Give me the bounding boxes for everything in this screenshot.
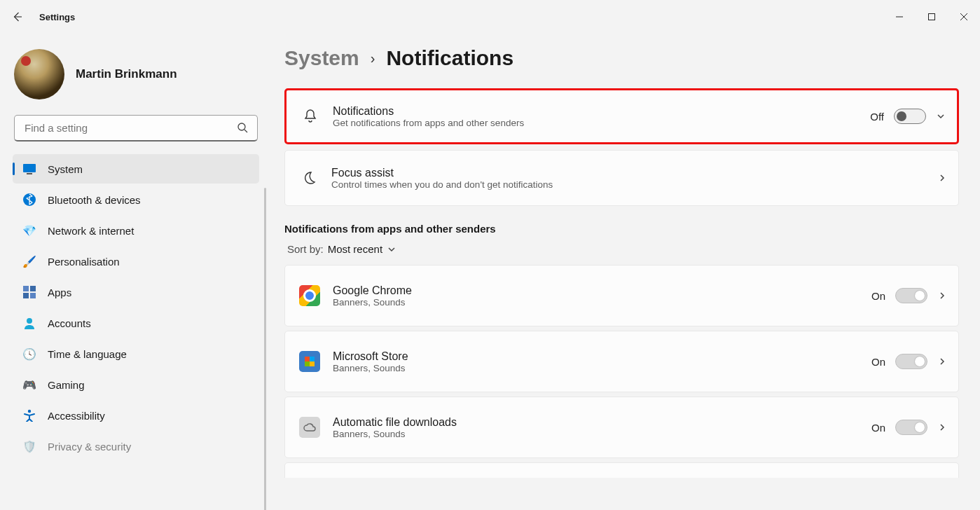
maximize-button[interactable] <box>916 6 948 28</box>
window-controls <box>883 6 980 28</box>
search-icon <box>237 122 248 133</box>
bell-icon <box>301 106 320 126</box>
nav-label: Gaming <box>48 379 85 391</box>
app-title: Settings <box>39 12 75 22</box>
app-name: Microsoft Store <box>333 350 859 363</box>
nav-gaming[interactable]: 🎮 Gaming <box>13 370 259 399</box>
toggle-state-label: On <box>871 290 885 302</box>
nav-accessibility[interactable]: Accessibility <box>13 401 259 430</box>
svg-rect-4 <box>23 164 36 172</box>
nav-label: Time & language <box>48 348 127 360</box>
sidebar: Martin Brinkmann System Bluetooth & devi… <box>0 34 266 510</box>
scrollbar[interactable] <box>264 188 266 510</box>
nav-personalisation[interactable]: 🖌️ Personalisation <box>13 247 259 276</box>
sort-label: Sort by: <box>287 243 324 255</box>
nav-label: Accounts <box>48 317 91 329</box>
nav-label: Apps <box>48 287 71 298</box>
svg-point-12 <box>28 410 31 413</box>
nav-label: Personalisation <box>48 256 120 268</box>
breadcrumb-current: Notifications <box>386 46 513 70</box>
nav-apps[interactable]: Apps <box>13 277 259 307</box>
toggle-state-label: On <box>871 422 885 434</box>
privacy-icon: 🛡️ <box>22 439 36 453</box>
cloud-icon <box>299 417 320 438</box>
nav-label: Privacy & security <box>48 441 131 453</box>
breadcrumb-parent[interactable]: System <box>284 46 359 70</box>
section-title: Notifications from apps and other sender… <box>284 223 959 235</box>
app-toggle[interactable] <box>895 288 927 303</box>
card-title: Focus assist <box>331 167 925 179</box>
chevron-right-icon[interactable] <box>937 357 947 366</box>
chrome-icon <box>299 285 320 306</box>
toggle-state-label: On <box>871 356 885 368</box>
svg-line-3 <box>244 130 247 132</box>
app-sub: Banners, Sounds <box>333 297 859 308</box>
nav-network[interactable]: 💎 Network & internet <box>13 216 259 245</box>
app-toggle[interactable] <box>895 354 927 369</box>
toggle-state-label: Off <box>870 111 884 123</box>
notifications-toggle[interactable] <box>894 109 926 124</box>
msstore-icon <box>299 351 320 372</box>
nav-privacy[interactable]: 🛡️ Privacy & security <box>13 432 259 461</box>
svg-rect-10 <box>30 293 36 298</box>
nav-accounts[interactable]: Accounts <box>13 308 259 338</box>
app-sub: Banners, Sounds <box>333 363 859 373</box>
chevron-down-icon <box>387 244 396 254</box>
back-button[interactable] <box>11 11 24 23</box>
app-card-partial[interactable] <box>284 462 959 478</box>
svg-point-11 <box>27 318 32 324</box>
chevron-right-icon[interactable] <box>937 291 947 301</box>
nav-label: Bluetooth & devices <box>48 194 141 206</box>
app-card-chrome[interactable]: Google Chrome Banners, Sounds On <box>284 265 959 326</box>
bluetooth-icon <box>22 193 36 207</box>
accounts-icon <box>22 316 36 330</box>
app-name: Automatic file downloads <box>333 416 859 429</box>
svg-rect-5 <box>27 173 32 174</box>
personalisation-icon: 🖌️ <box>22 254 36 268</box>
chevron-down-icon[interactable] <box>936 111 946 121</box>
search-input[interactable] <box>14 115 258 142</box>
card-subtitle: Get notifications from apps and other se… <box>333 118 857 128</box>
titlebar: Settings <box>0 0 980 34</box>
user-name: Martin Brinkmann <box>76 67 177 81</box>
notifications-card[interactable]: Notifications Get notifications from app… <box>284 88 959 144</box>
chevron-right-icon: › <box>371 50 375 67</box>
app-card-msstore[interactable]: Microsoft Store Banners, Sounds On <box>284 331 959 392</box>
svg-point-2 <box>238 123 245 130</box>
focus-assist-card[interactable]: Focus assist Control times when you do a… <box>284 150 959 206</box>
app-card-downloads[interactable]: Automatic file downloads Banners, Sounds… <box>284 397 959 458</box>
svg-rect-9 <box>23 293 29 298</box>
nav-label: Accessibility <box>48 410 105 422</box>
avatar <box>14 49 64 99</box>
nav: System Bluetooth & devices 💎 Network & i… <box>13 154 259 461</box>
accessibility-icon <box>22 408 36 422</box>
nav-system[interactable]: System <box>13 154 259 184</box>
breadcrumb: System › Notifications <box>284 46 959 70</box>
svg-rect-1 <box>929 14 935 20</box>
card-title: Notifications <box>333 105 857 118</box>
sort-by-dropdown[interactable]: Sort by: Most recent <box>284 243 959 255</box>
minimize-button[interactable] <box>883 6 916 28</box>
nav-bluetooth[interactable]: Bluetooth & devices <box>13 185 259 214</box>
gaming-icon: 🎮 <box>22 378 36 392</box>
sort-value: Most recent <box>328 243 382 255</box>
svg-rect-7 <box>23 286 29 291</box>
system-icon <box>22 162 36 176</box>
user-block[interactable]: Martin Brinkmann <box>13 46 259 115</box>
card-subtitle: Control times when you do and don't get … <box>331 179 925 190</box>
moon-icon <box>299 168 319 188</box>
nav-label: Network & internet <box>48 225 134 237</box>
time-icon: 🕓 <box>22 347 36 361</box>
main-content: System › Notifications Notifications Get… <box>266 34 980 510</box>
nav-time[interactable]: 🕓 Time & language <box>13 339 259 368</box>
chevron-right-icon[interactable] <box>937 173 947 183</box>
close-button[interactable] <box>948 6 980 28</box>
app-sub: Banners, Sounds <box>333 429 859 439</box>
network-icon: 💎 <box>22 223 36 237</box>
apps-icon <box>22 285 36 299</box>
svg-rect-8 <box>30 286 36 291</box>
app-name: Google Chrome <box>333 284 859 297</box>
app-toggle[interactable] <box>895 420 927 435</box>
chevron-right-icon[interactable] <box>937 422 947 432</box>
nav-label: System <box>48 163 83 175</box>
